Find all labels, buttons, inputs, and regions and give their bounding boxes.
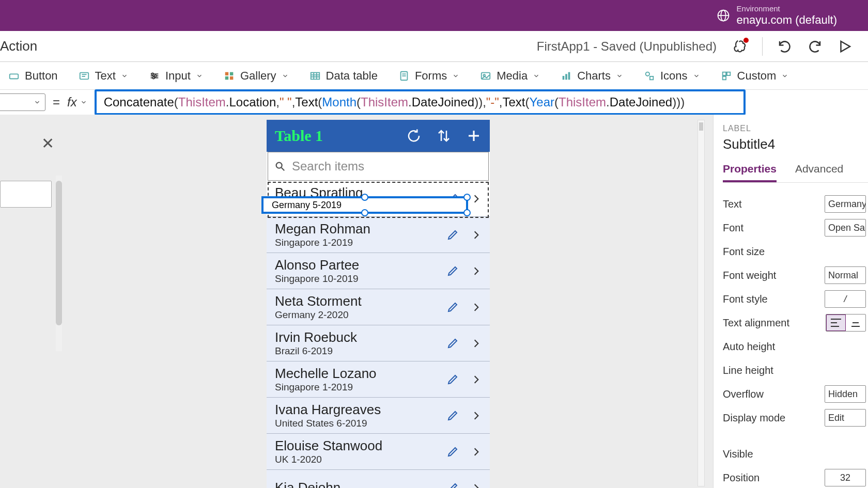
chevron-right-icon[interactable] <box>471 194 482 204</box>
resize-handle[interactable] <box>463 194 471 201</box>
svg-rect-34 <box>726 72 730 75</box>
scrollbar-thumb[interactable] <box>699 122 703 131</box>
command-bar: Action FirstApp1 - Saved (Unpublished) <box>0 31 868 62</box>
edit-icon[interactable] <box>446 373 459 386</box>
chevron-right-icon[interactable] <box>471 411 482 421</box>
prop-label: Position <box>723 472 760 484</box>
screen-header: Table 1 <box>267 120 490 152</box>
environment-label: Environment <box>737 4 837 13</box>
edit-icon[interactable] <box>446 337 459 350</box>
selected-text: Germany 5-2019 <box>272 200 342 211</box>
ribbon-label: Button <box>25 69 58 83</box>
chevron-right-icon[interactable] <box>471 266 482 276</box>
edit-icon[interactable] <box>446 482 459 489</box>
fx-icon[interactable]: fx <box>67 95 87 109</box>
text-align-picker[interactable] <box>826 314 866 332</box>
item-title: Alonso Partee <box>275 257 446 273</box>
insert-input[interactable]: Input <box>146 67 206 85</box>
list-item[interactable]: Neta StormentGermany 2-2020 <box>267 289 490 325</box>
align-center[interactable] <box>846 314 865 331</box>
prop-value-font[interactable]: Open Sans <box>825 219 866 237</box>
edit-icon[interactable] <box>446 265 459 277</box>
insert-ribbon: Button Text Input Gallery Data table For… <box>0 62 868 90</box>
chevron-right-icon[interactable] <box>471 483 482 489</box>
sort-icon[interactable] <box>436 128 452 144</box>
prop-value-fontweight[interactable]: Normal <box>825 266 866 284</box>
ribbon-label: Charts <box>577 69 611 83</box>
chevron-right-icon[interactable] <box>471 230 482 240</box>
prop-value-text[interactable]: Germany 5 <box>825 195 866 213</box>
tab-properties[interactable]: Properties <box>723 163 777 182</box>
resize-handle[interactable] <box>361 194 368 201</box>
resize-handle[interactable] <box>463 209 471 216</box>
selected-label-overlay[interactable]: Germany 5-2019 <box>261 196 468 214</box>
item-title: Irvin Roebuck <box>275 329 446 345</box>
list-item[interactable]: Kia Dejohn <box>267 470 490 488</box>
insert-button[interactable]: Button <box>5 67 61 85</box>
environment-block[interactable]: Environment enayu.com (default) <box>716 4 837 27</box>
prop-label: Overflow <box>723 388 764 400</box>
insert-gallery[interactable]: Gallery <box>221 67 292 85</box>
gallery[interactable]: Beau Spratling Germany 5-2019 Germany 5-… <box>267 181 490 488</box>
list-item[interactable]: Alonso ParteeSingapore 10-2019 <box>267 253 490 289</box>
edit-icon[interactable] <box>446 410 459 422</box>
control-name[interactable]: Subtitle4 <box>723 136 868 152</box>
svg-point-11 <box>151 73 153 75</box>
prop-label: Font weight <box>723 270 776 281</box>
close-icon[interactable]: ✕ <box>41 134 54 152</box>
plus-icon[interactable] <box>466 128 482 144</box>
chevron-right-icon[interactable] <box>471 338 482 349</box>
refresh-icon[interactable] <box>406 128 422 144</box>
prop-label: Display mode <box>723 412 785 424</box>
list-item[interactable]: Elouise StanwoodUK 1-2020 <box>267 434 490 470</box>
insert-text[interactable]: Text <box>75 67 131 85</box>
insert-forms[interactable]: Forms <box>395 67 462 85</box>
property-selector[interactable] <box>0 93 45 111</box>
insert-custom[interactable]: Custom <box>718 67 792 85</box>
prop-value-position[interactable]: 32 <box>825 469 866 486</box>
ribbon-label: Text <box>95 69 116 83</box>
chevron-right-icon[interactable] <box>471 302 482 312</box>
chevron-right-icon[interactable] <box>471 374 482 385</box>
tab-advanced[interactable]: Advanced <box>795 163 843 182</box>
search-placeholder: Search items <box>292 159 364 174</box>
redo-icon[interactable] <box>807 39 823 54</box>
app-checker-icon[interactable] <box>732 39 748 54</box>
left-panel-input[interactable] <box>0 181 52 208</box>
prop-value-fontstyle[interactable]: / <box>825 290 866 308</box>
insert-datatable[interactable]: Data table <box>306 67 381 85</box>
edit-icon[interactable] <box>446 446 459 458</box>
play-icon[interactable] <box>837 39 853 54</box>
list-item[interactable]: Irvin RoebuckBrazil 6-2019 <box>267 325 490 361</box>
svg-rect-14 <box>225 72 228 75</box>
list-item[interactable]: Mechelle LozanoSingapore 1-2019 <box>267 361 490 398</box>
ribbon-label: Input <box>165 69 191 83</box>
edit-icon[interactable] <box>446 229 459 241</box>
phone-canvas[interactable]: Table 1 Search items Beau Spratling Germ… <box>267 120 490 486</box>
insert-charts[interactable]: Charts <box>557 67 626 85</box>
insert-icons[interactable]: Icons <box>641 67 703 85</box>
svg-rect-18 <box>311 72 319 79</box>
resize-handle[interactable] <box>361 209 368 216</box>
align-left[interactable] <box>826 314 846 331</box>
list-item[interactable]: Megan RohmanSingapore 1-2019 <box>267 217 490 253</box>
item-title: Kia Dejohn <box>275 480 446 488</box>
formula-bar[interactable]: Concatenate(ThisItem.Location, " ", Text… <box>95 89 746 115</box>
prop-value-overflow[interactable]: Hidden <box>825 385 866 403</box>
canvas-scrollbar[interactable] <box>698 120 705 486</box>
ribbon-label: Gallery <box>240 69 276 83</box>
list-item[interactable]: Ivana HargreavesUnited States 6-2019 <box>267 398 490 434</box>
edit-icon[interactable] <box>446 301 459 313</box>
prop-value-displaymode[interactable]: Edit <box>825 409 866 427</box>
scrollbar-thumb[interactable] <box>56 181 62 325</box>
insert-media[interactable]: Media <box>477 67 543 85</box>
list-item[interactable]: Beau Spratling Germany 5-2019 Germany 5-… <box>267 181 490 217</box>
action-menu[interactable]: Action <box>0 38 37 54</box>
chevron-down-icon <box>80 99 87 106</box>
search-box[interactable]: Search items <box>268 152 489 181</box>
svg-rect-4 <box>10 74 19 78</box>
prop-label: Text <box>723 198 742 210</box>
chevron-right-icon[interactable] <box>471 447 482 457</box>
svg-point-13 <box>152 76 154 78</box>
undo-icon[interactable] <box>777 39 793 54</box>
